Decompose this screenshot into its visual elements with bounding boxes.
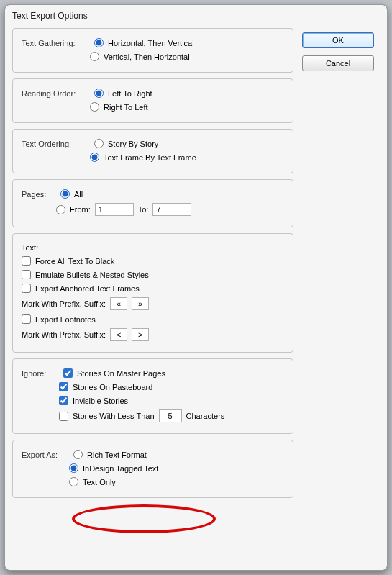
radio-vertical-horizontal-input[interactable] <box>90 52 99 61</box>
cancel-button[interactable]: Cancel <box>302 55 374 71</box>
radio-pages-all-input[interactable] <box>60 189 70 199</box>
ignore-label: Ignore: <box>22 369 59 378</box>
check-anchored[interactable]: Export Anchored Text Frames <box>22 284 140 293</box>
suffix-field-1[interactable] <box>132 297 149 310</box>
suffix-field-2[interactable] <box>132 328 149 341</box>
mark-prefix-label-2: Mark With Prefix, Suffix: <box>22 330 106 339</box>
check-footnotes[interactable]: Export Footnotes <box>22 314 96 324</box>
radio-frame-by-frame-input[interactable] <box>90 153 99 162</box>
check-footnotes-label: Export Footnotes <box>35 315 96 324</box>
dialog-title: Text Export Options <box>5 5 387 24</box>
check-master-label: Stories On Master Pages <box>77 369 165 378</box>
radio-rtf-input[interactable] <box>73 450 83 459</box>
check-anchored-label: Export Anchored Text Frames <box>35 284 140 293</box>
radio-tagged[interactable]: InDesign Tagged Text <box>69 463 158 473</box>
radio-textonly-input[interactable] <box>69 477 78 486</box>
ok-button[interactable]: OK <box>302 32 374 48</box>
prefix-field-1[interactable] <box>110 297 127 310</box>
radio-rtl-label: Right To Left <box>104 103 148 112</box>
check-emulate-input[interactable] <box>22 270 31 279</box>
check-force-black-input[interactable] <box>22 256 31 266</box>
radio-pages-from-label: From: <box>70 205 91 214</box>
check-invisible-label: Invisible Stories <box>73 397 128 405</box>
radio-horizontal-vertical[interactable]: Horizontal, Then Vertical <box>94 38 194 47</box>
radio-rtf-label: Rich Text Format <box>87 451 147 459</box>
radio-pages-all[interactable]: All <box>60 189 83 199</box>
radio-ltr[interactable]: Left To Right <box>94 89 152 98</box>
less-than-field[interactable] <box>159 409 182 422</box>
check-invisible-input[interactable] <box>59 396 68 405</box>
text-group: Text: Force All Text To Black Emulate Bu… <box>12 233 293 353</box>
dialog: Text Export Options Text Gathering: Hori… <box>4 4 388 571</box>
text-ordering-label: Text Ordering: <box>22 140 90 148</box>
radio-textonly[interactable]: Text Only <box>69 477 116 486</box>
check-invisible[interactable]: Invisible Stories <box>59 396 128 405</box>
check-pasteboard[interactable]: Stories On Pasteboard <box>59 382 152 391</box>
pages-to-label: To: <box>138 205 149 214</box>
radio-horizontal-vertical-input[interactable] <box>94 38 104 47</box>
radio-horizontal-vertical-label: Horizontal, Then Vertical <box>108 39 194 47</box>
reading-order-label: Reading Order: <box>22 89 90 98</box>
pages-to-field[interactable] <box>152 203 191 216</box>
check-less-than-input[interactable] <box>59 412 68 421</box>
radio-story-by-story-input[interactable] <box>94 139 104 148</box>
radio-ltr-label: Left To Right <box>108 89 152 98</box>
radio-tagged-label: InDesign Tagged Text <box>83 464 158 473</box>
ignore-group: Ignore: Stories On Master Pages Stories … <box>12 358 293 434</box>
check-emulate[interactable]: Emulate Bullets & Nested Styles <box>22 270 149 279</box>
radio-frame-by-frame-label: Text Frame By Text Frame <box>104 153 196 162</box>
radio-story-by-story[interactable]: Story By Story <box>94 139 158 148</box>
radio-vertical-horizontal-label: Vertical, Then Horizontal <box>104 53 190 61</box>
check-pasteboard-label: Stories On Pasteboard <box>73 383 152 391</box>
pages-label: Pages: <box>22 190 56 199</box>
radio-rtl[interactable]: Right To Left <box>90 102 148 112</box>
check-force-black[interactable]: Force All Text To Black <box>22 256 114 266</box>
radio-story-by-story-label: Story By Story <box>108 140 158 148</box>
pages-group: Pages: All From: To: <box>12 179 293 227</box>
reading-order-group: Reading Order: Left To Right Right To Le… <box>12 78 293 123</box>
check-anchored-input[interactable] <box>22 284 31 293</box>
button-column: OK Cancel <box>302 28 380 78</box>
prefix-field-2[interactable] <box>110 328 127 341</box>
radio-frame-by-frame[interactable]: Text Frame By Text Frame <box>90 153 196 162</box>
check-footnotes-input[interactable] <box>22 314 31 324</box>
mark-prefix-label-1: Mark With Prefix, Suffix: <box>22 299 106 308</box>
export-as-group: Export As: Rich Text Format InDesign Tag… <box>12 440 293 498</box>
check-emulate-label: Emulate Bullets & Nested Styles <box>35 271 149 279</box>
check-less-than[interactable]: Stories With Less Than <box>59 412 155 421</box>
radio-pages-all-label: All <box>74 190 83 199</box>
characters-label: Characters <box>186 412 225 420</box>
check-pasteboard-input[interactable] <box>59 382 68 391</box>
radio-vertical-horizontal[interactable]: Vertical, Then Horizontal <box>90 52 190 61</box>
text-gathering-label: Text Gathering: <box>22 39 90 47</box>
check-master[interactable]: Stories On Master Pages <box>63 368 165 378</box>
text-ordering-group: Text Ordering: Story By Story Text Frame… <box>12 129 293 173</box>
radio-tagged-input[interactable] <box>69 463 78 473</box>
text-gathering-group: Text Gathering: Horizontal, Then Vertica… <box>12 28 293 73</box>
options-column: Text Gathering: Horizontal, Then Vertica… <box>12 28 293 504</box>
export-as-label: Export As: <box>22 451 69 459</box>
check-less-than-label: Stories With Less Than <box>73 412 155 420</box>
radio-textonly-label: Text Only <box>83 478 116 486</box>
pages-from-field[interactable] <box>95 203 134 216</box>
radio-pages-from-input[interactable] <box>56 205 65 214</box>
text-section-label: Text: <box>22 243 38 252</box>
check-force-black-label: Force All Text To Black <box>35 257 114 266</box>
dialog-content: Text Gathering: Horizontal, Then Vertica… <box>5 24 387 511</box>
radio-ltr-input[interactable] <box>94 89 104 98</box>
check-master-input[interactable] <box>63 368 73 378</box>
radio-pages-from[interactable]: From: <box>56 205 91 214</box>
radio-rtl-input[interactable] <box>90 102 99 112</box>
radio-rtf[interactable]: Rich Text Format <box>73 450 147 459</box>
